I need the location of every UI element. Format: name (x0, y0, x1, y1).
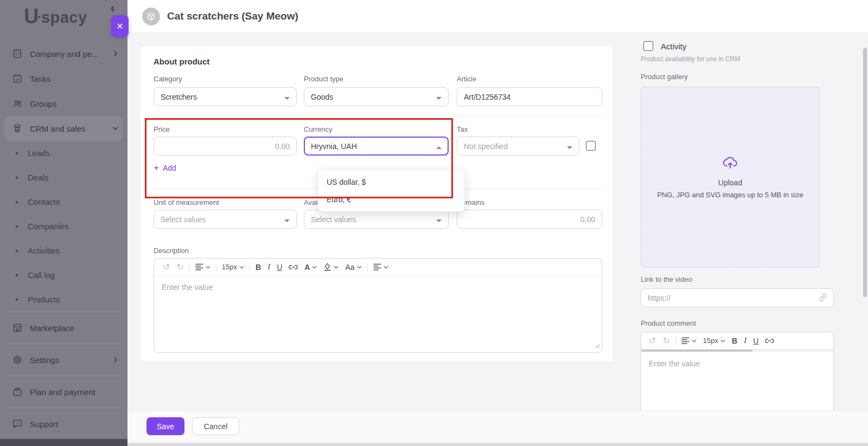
toolbar-hscrollbar[interactable] (641, 350, 833, 352)
add-label: Add (163, 164, 176, 172)
currency-option-eur[interactable]: Euro, € (318, 191, 464, 208)
logo-text: spacy (41, 4, 87, 30)
sidebar-item-contacts[interactable]: Contacts (0, 190, 127, 214)
tax-placeholder: Not specified (464, 142, 508, 151)
description-placeholder[interactable]: Enter the value (154, 276, 602, 299)
sidebar-item-deals[interactable]: Deals (0, 165, 127, 190)
chevron-right-icon (112, 49, 119, 59)
text-style-button[interactable]: Aa (342, 263, 365, 272)
italic-button[interactable]: I (264, 262, 273, 272)
redo-button[interactable]: ↻ (173, 262, 187, 272)
add-price-button[interactable]: + Add (154, 164, 176, 172)
underline-button[interactable]: U (750, 337, 762, 345)
link-button[interactable] (762, 338, 777, 344)
category-label: Category (154, 75, 182, 83)
close-modal-button[interactable]: ✕ (111, 15, 129, 37)
tax-checkbox[interactable] (586, 141, 596, 151)
align-button[interactable] (370, 263, 392, 270)
product-type-label: Product type (304, 75, 343, 83)
link-button[interactable] (285, 264, 301, 270)
bold-button[interactable]: B (252, 263, 264, 272)
description-label: Description (154, 247, 189, 255)
sidebar-item-companies[interactable]: Companies (0, 214, 127, 238)
currency-option-usd[interactable]: US dollar, $ (318, 173, 464, 191)
sidebar-item-label: Leads (28, 148, 50, 158)
font-size-button[interactable]: 15px (219, 263, 247, 271)
caret-down-icon (436, 215, 442, 224)
undo-button[interactable]: ↺ (159, 262, 173, 272)
sidebar-item-leads[interactable]: Leads (0, 141, 127, 165)
category-select[interactable]: Scretchers (154, 87, 297, 106)
section-title: About product (154, 57, 209, 66)
sidebar-item-tasks[interactable]: Tasks (0, 66, 127, 91)
comment-placeholder[interactable]: Enter the value (641, 350, 833, 375)
product-gallery-label: Product gallery (641, 73, 688, 81)
redo-button[interactable]: ↻ (659, 335, 673, 346)
sidebar-item-label: Contacts (28, 197, 60, 206)
chevron-right-icon (112, 355, 119, 365)
sidebar-item-call-log[interactable]: Call log (0, 263, 127, 287)
activity-label: Activity (661, 42, 687, 51)
building-icon (12, 48, 23, 59)
video-link-label: Link to the video (641, 275, 692, 283)
page-scrollbar[interactable] (863, 35, 867, 442)
product-avatar (142, 8, 160, 25)
highlight-color-button[interactable] (320, 263, 342, 271)
scrollbar-thumb[interactable] (863, 48, 867, 297)
sidebar-item-label: Companies (28, 222, 69, 231)
line-height-button[interactable] (678, 337, 700, 344)
product-type-value: Goods (311, 93, 333, 101)
font-color-button[interactable]: A (301, 263, 320, 272)
sidebar-item-marketplace[interactable]: Marketplace (0, 312, 127, 344)
sidebar-item-label: Call log (28, 270, 55, 280)
price-label: Price (154, 125, 170, 133)
comment-toolbar: ↺ ↻ 15px B I U (641, 332, 833, 350)
article-label: Article (457, 75, 476, 83)
font-size-button[interactable]: 15px (700, 337, 729, 345)
sidebar-item-company[interactable]: Company and pe... (0, 41, 127, 66)
sidebar-item-plan-payment[interactable]: Plan and payment (0, 376, 127, 408)
cancel-button[interactable]: Cancel (192, 417, 239, 435)
logo-reg-mark: ● (37, 14, 40, 20)
video-link-input[interactable] (641, 288, 834, 307)
divider (675, 337, 676, 345)
line-height-button[interactable] (192, 263, 214, 270)
sidebar-item-support[interactable]: ? Support (0, 408, 127, 439)
underline-button[interactable]: U (273, 263, 285, 272)
sidebar-item-crm[interactable]: CRM and sales (4, 116, 123, 141)
bullet-icon (16, 299, 18, 301)
remains-input[interactable] (457, 210, 602, 229)
uspacy-logo[interactable]: U●spacy (24, 4, 87, 30)
category-value: Scretchers (161, 93, 197, 101)
undo-button[interactable]: ↺ (646, 335, 659, 346)
sidebar-item-groups[interactable]: Groups (0, 91, 127, 116)
upload-title: Upload (718, 178, 742, 187)
bullet-icon (16, 250, 18, 252)
resize-handle-icon[interactable] (595, 341, 600, 351)
sidebar-item-label: Products (28, 295, 60, 304)
bold-button[interactable]: B (729, 337, 741, 345)
sidebar-item-products[interactable]: Products (0, 287, 127, 312)
currency-dropdown-menu: US dollar, $ Euro, € (318, 169, 465, 212)
chevron-down-icon (112, 124, 119, 133)
italic-button[interactable]: I (741, 336, 750, 345)
description-editor[interactable]: ↺ ↻ 15px B I U (154, 258, 602, 353)
article-input[interactable] (457, 87, 602, 106)
product-type-select[interactable]: Goods (304, 87, 449, 106)
unit-select[interactable]: Select values (154, 210, 297, 229)
tax-select[interactable]: Not specified (457, 137, 579, 156)
activity-checkbox[interactable] (643, 41, 653, 51)
caret-down-icon (284, 215, 290, 224)
availability-select[interactable]: Select values (304, 210, 449, 229)
currency-select[interactable]: Hryvnia, UAH (304, 137, 449, 156)
price-input[interactable] (154, 137, 297, 156)
save-button[interactable]: Save (146, 417, 184, 435)
caret-up-icon (436, 142, 442, 151)
page-title: Cat scratchers (Say Meow) (167, 10, 298, 22)
sidebar-item-label: Support (30, 419, 59, 429)
sidebar-item-activities[interactable]: Activities (0, 238, 127, 263)
hscrollbar-thumb[interactable] (641, 350, 752, 352)
sidebar-item-label: CRM and sales (30, 124, 86, 133)
upload-dropzone[interactable]: Upload PNG, JPG and SVG images up to 5 M… (641, 87, 820, 267)
sidebar-item-settings[interactable]: Settings (0, 344, 127, 376)
